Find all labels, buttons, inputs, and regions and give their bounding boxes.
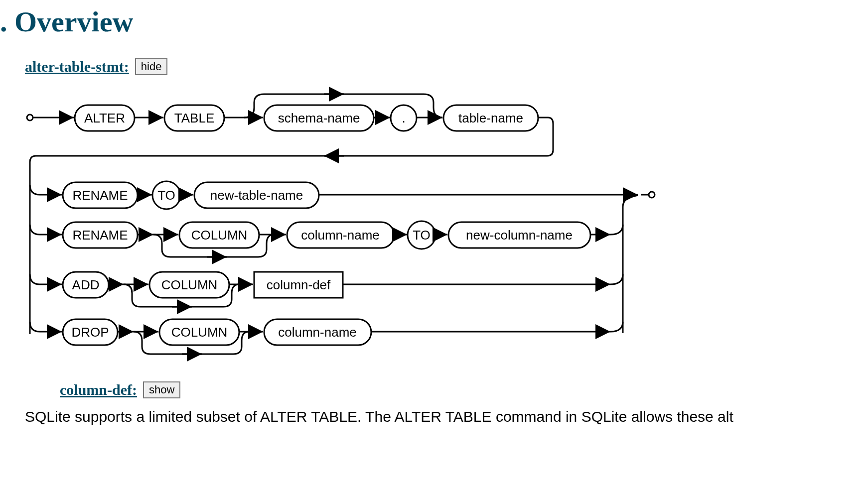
hide-button[interactable]: hide <box>135 58 168 75</box>
railroad-svg: ALTER TABLE schema-name . <box>25 85 673 367</box>
node-column-name4: column-name <box>278 325 357 340</box>
node-rename1: RENAME <box>72 188 128 203</box>
alter-table-stmt-link[interactable]: alter-table-stmt: <box>25 58 129 75</box>
node-column2: COLUMN <box>191 228 248 243</box>
node-dot: . <box>402 111 405 125</box>
syntax-diagram: ALTER TABLE schema-name . <box>0 85 868 367</box>
svg-point-9 <box>649 192 655 198</box>
node-column3: COLUMN <box>161 277 218 292</box>
heading-prefix: . <box>0 5 7 38</box>
node-to1: TO <box>157 188 175 203</box>
node-table-name: table-name <box>458 111 523 125</box>
node-column4: COLUMN <box>171 325 228 340</box>
node-alter: ALTER <box>84 111 125 125</box>
alter-table-stmt-header: alter-table-stmt: hide <box>0 58 868 75</box>
node-rename2: RENAME <box>72 228 128 243</box>
body-paragraph: SQLite supports a limited subset of ALTE… <box>0 408 868 425</box>
column-def-link[interactable]: column-def: <box>60 381 137 398</box>
node-column-def: column-def <box>267 277 331 292</box>
node-column-name2: column-name <box>301 228 380 243</box>
node-new-column-name: new-column-name <box>466 228 573 243</box>
column-def-header: column-def: show <box>0 381 868 398</box>
show-button[interactable]: show <box>143 381 180 398</box>
node-add: ADD <box>72 277 100 292</box>
node-to2: TO <box>413 228 431 243</box>
page-heading: . Overview <box>0 5 868 38</box>
node-drop: DROP <box>71 325 109 340</box>
svg-point-0 <box>27 115 33 121</box>
heading-text: Overview <box>14 5 133 38</box>
node-schema-name: schema-name <box>278 111 360 125</box>
node-new-table-name: new-table-name <box>210 188 303 203</box>
node-table: TABLE <box>174 111 214 125</box>
